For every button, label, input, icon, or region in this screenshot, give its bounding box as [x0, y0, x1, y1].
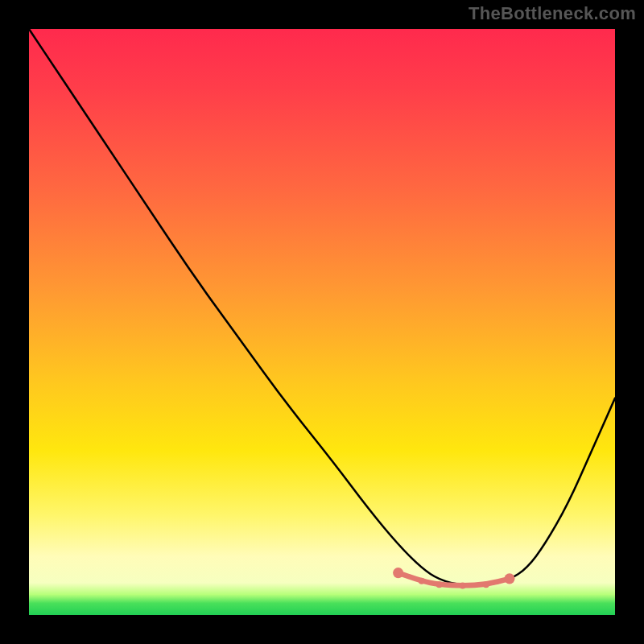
watermark-text: TheBottleneck.com: [469, 3, 636, 24]
trough-marker-dot: [460, 583, 466, 589]
trough-marker-dot: [483, 581, 489, 588]
bottleneck-trough-highlight: [398, 573, 510, 586]
trough-marker-dot: [393, 568, 403, 578]
chart-svg: [29, 29, 615, 615]
trough-marker-dot: [504, 573, 514, 584]
chart-plot-area: [29, 29, 615, 615]
bottleneck-curve-line: [29, 29, 615, 586]
trough-marker-dot: [419, 578, 425, 584]
trough-marker-dot: [436, 581, 443, 588]
